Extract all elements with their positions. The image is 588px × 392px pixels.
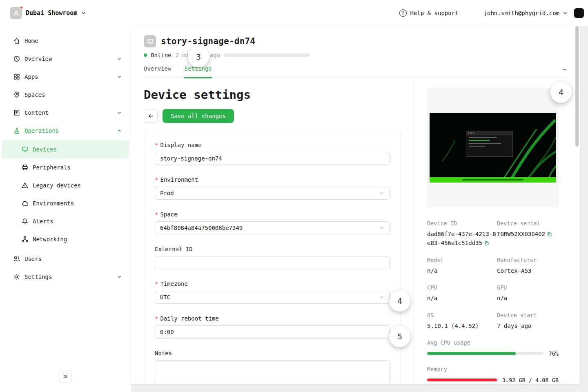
space-select-value: 64bf8084a84a750008be7349 [160,225,243,231]
person-icon [13,10,20,17]
required-asterisk: * [155,211,158,218]
org-switcher[interactable]: Dubai Showroom [10,7,86,19]
tab-overview[interactable]: Overview [144,65,171,78]
warning-icon [21,182,29,189]
save-all-changes-button[interactable]: Save all changes [163,109,234,123]
more-menu-icon[interactable]: ⋯ [562,65,567,74]
sidebar-item-label: Devices [33,146,57,153]
help-support-link[interactable]: ? Help & support [399,9,459,17]
sidebar-item-label: Settings [24,274,52,280]
copy-icon[interactable] [547,232,552,237]
sidebar-item-label: Networking [33,236,67,243]
environment-select[interactable]: Prod [155,187,390,200]
avg-cpu-fill [427,352,516,355]
info-cpu: CPU n/a [427,284,497,303]
chevron-down-icon [117,110,122,115]
chevron-down-icon [563,11,568,16]
peripherals-icon [21,164,29,171]
chevron-up-icon [117,128,122,133]
required-asterisk: * [155,315,158,322]
memory-track [427,379,499,381]
device-title: story-signage-dn74 [161,36,255,46]
scrollbar [575,26,579,384]
sidebar-item-peripherals[interactable]: Peripherals [2,158,129,176]
sidebar: Home Overview Apps Spaces [0,26,131,392]
users-icon [13,255,20,263]
annotation-badge-4a: 4 [550,82,572,103]
chevron-down-icon [379,225,384,230]
avg-cpu-track [427,352,543,355]
health-bar [224,53,310,57]
sidebar-item-networking[interactable]: Networking [2,230,129,248]
memory-meter: Memory 3.92 GB / 4.06 GB [427,366,559,383]
memory-fill [427,379,497,381]
menu-lines-icon [62,374,68,379]
sidebar-item-settings[interactable]: Settings [2,268,129,286]
timezone-select[interactable]: UTC [155,291,390,304]
info-os: OS 5.10.1 (4.4.52) [427,312,497,330]
copy-icon[interactable] [484,241,489,246]
field-notes: Notes [155,350,390,384]
sidebar-item-operations[interactable]: Operations [2,122,129,140]
info-gpu: GPU n/a [497,284,559,303]
annotation-badge-5: 5 [389,326,410,347]
sidebar-item-alerts[interactable]: Alerts [2,212,129,230]
field-label: Timezone [160,281,187,287]
timezone-select-value: UTC [160,294,170,301]
network-icon [21,236,29,243]
back-button[interactable] [144,109,158,123]
notification-dot [20,6,23,9]
brand-logo[interactable] [574,8,584,18]
sidebar-item-label: Overview [24,56,52,62]
info-device-serial: Device serial TGRW52XX030402 [497,220,559,248]
sidebar-item-users[interactable]: Users [2,250,129,268]
chevron-down-icon [379,295,384,300]
sidebar-item-label: Legacy devices [33,182,81,189]
required-asterisk: * [155,142,158,148]
field-space: * Space 64bf8084a84a750008be7349 [155,211,390,234]
screenshot-green-bar [430,177,556,183]
overview-icon [13,55,20,62]
daily-reboot-time-input[interactable] [155,325,390,339]
field-label: Environment [160,176,198,183]
sidebar-item-label: Peripherals [33,164,71,171]
scrollbar-thumb[interactable] [575,26,579,147]
org-avatar [10,7,22,19]
device-thumbnail-icon [144,35,156,47]
device-settings-form: * Display name * Environment Prod [144,131,401,384]
page-title: Device settings [144,88,401,102]
chevron-down-icon [117,74,122,79]
notes-textarea[interactable] [155,360,390,384]
main-area: story-signage-dn74 Online 2 minutes ago … [131,26,588,392]
sidebar-item-overview[interactable]: Overview [2,50,129,68]
sidebar-item-home[interactable]: Home [2,32,129,50]
sidebar-item-content[interactable]: Content [2,104,129,122]
sidebar-collapse-button[interactable] [59,370,72,383]
info-manufacturer: Manufacturer Cortex-A53 [497,257,559,275]
field-external-id: External ID [155,246,390,269]
display-name-input[interactable] [155,152,390,165]
sidebar-item-legacy-devices[interactable]: Legacy devices [2,176,129,194]
chevron-down-icon [117,56,122,61]
sidebar-item-apps[interactable]: Apps [2,68,129,86]
org-name: Dubai Showroom [26,9,77,17]
field-environment: * Environment Prod [155,176,390,200]
sidebar-item-label: Operations [24,127,59,134]
sidebar-item-label: Apps [24,74,38,80]
info-device-id: Device ID dad86f7e-437e-4213-8e83-456a1c… [427,220,497,248]
sidebar-item-spaces[interactable]: Spaces [2,86,129,104]
device-tabs: Overview Settings ⋯ [144,65,567,78]
account-menu[interactable]: john.smith@phygrid.com [484,10,568,16]
external-id-input[interactable] [155,256,390,269]
required-asterisk: * [155,176,158,183]
chevron-down-icon [81,11,86,16]
space-select[interactable]: 64bf8084a84a750008be7349 [155,221,390,234]
sidebar-item-label: Home [24,38,38,44]
arrow-left-icon [148,113,154,119]
device-info-panel: Device ID dad86f7e-437e-4213-8e83-456a1c… [414,78,580,384]
sidebar-item-environments[interactable]: Environments [2,194,129,212]
annotation-badge-4b: 4 [389,290,410,312]
apps-icon [13,73,20,80]
sidebar-item-devices[interactable]: Devices [2,140,129,158]
memory-value: 3.92 GB / 4.06 GB [502,377,559,383]
